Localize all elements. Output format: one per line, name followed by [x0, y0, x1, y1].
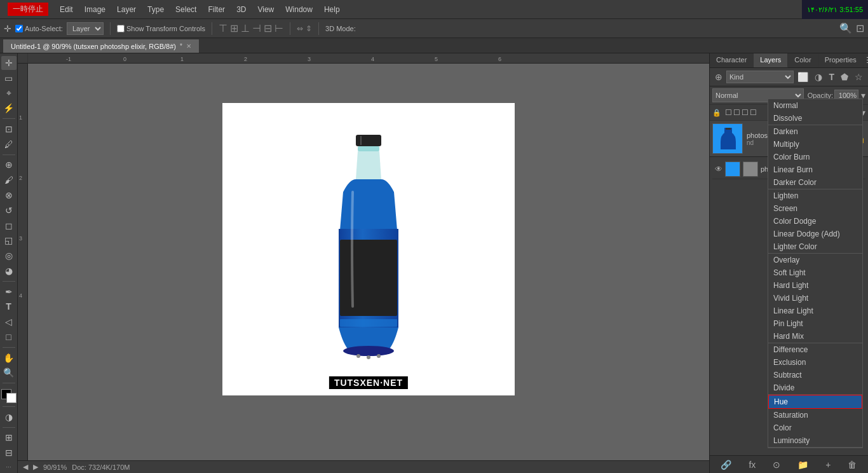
adjustment-filter-icon[interactable]: ◑ [812, 71, 825, 83]
blend-item-screen[interactable]: Screen [768, 202, 862, 215]
workspace-icon[interactable]: ⊡ [856, 22, 864, 34]
blend-item-linear-burn[interactable]: Linear Burn [768, 163, 862, 176]
magic-wand-tool[interactable]: ⚡ [1, 101, 17, 115]
kind-dropdown[interactable]: Kind [726, 71, 794, 83]
eraser-tool[interactable]: ◻ [1, 219, 17, 233]
tab-properties[interactable]: Properties [818, 53, 864, 67]
add-mask-button[interactable]: ⊙ [769, 458, 784, 471]
prev-page-icon[interactable]: ◀ [23, 463, 28, 471]
menu-edit[interactable]: Edit [55, 4, 78, 15]
next-page-icon[interactable]: ▶ [33, 463, 38, 471]
panel-menu-icon[interactable]: ☰ [864, 53, 868, 67]
blend-item-divide[interactable]: Divide [768, 381, 862, 394]
more-tools-icon[interactable]: ··· [6, 463, 11, 470]
pen-tool[interactable]: ✒ [1, 285, 17, 299]
blend-item-color[interactable]: Color [768, 422, 862, 434]
align-right-icon[interactable]: ⊢ [275, 22, 283, 34]
smart-filter-icon[interactable]: ☆ [852, 71, 865, 83]
tab-color[interactable]: Color [788, 53, 818, 67]
align-top-icon[interactable]: ⊤ [219, 22, 227, 34]
lock-check-4[interactable]: ☐ [750, 108, 757, 117]
shape-filter-icon[interactable]: ⬟ [838, 71, 851, 83]
blend-item-color-burn[interactable]: Color Burn [768, 151, 862, 163]
add-style-button[interactable]: fx [745, 458, 759, 471]
path-selection-tool[interactable]: ◁ [1, 315, 17, 329]
blend-item-difference[interactable]: Difference [768, 343, 862, 356]
background-color[interactable] [6, 393, 17, 403]
document-canvas[interactable]: TUTSXEN·NET [222, 103, 515, 395]
blend-item-pin-light[interactable]: Pin Light [768, 317, 862, 330]
lasso-tool[interactable]: ⌖ [1, 86, 17, 100]
distribute-2-icon[interactable]: ⇕ [306, 24, 312, 33]
lock-check-1[interactable]: ☐ [725, 108, 732, 117]
blend-item-vivid-light[interactable]: Vivid Light [768, 292, 862, 305]
blend-item-multiply[interactable]: Multiply [768, 138, 862, 151]
type-filter-icon[interactable]: T [826, 71, 837, 83]
tab-layers[interactable]: Layers [754, 53, 788, 67]
dodge-tool[interactable]: ◕ [1, 264, 17, 278]
blend-item-darker-color[interactable]: Darker Color [768, 176, 862, 189]
show-transform-input[interactable] [117, 25, 125, 32]
blend-item-dissolve[interactable]: Dissolve [768, 112, 862, 125]
align-middle-icon[interactable]: ⊞ [230, 22, 238, 34]
select-rectangle-tool[interactable]: ▭ [1, 71, 17, 85]
tab-character[interactable]: Character [710, 53, 754, 67]
type-tool[interactable]: T [1, 299, 17, 313]
blend-item-luminosity[interactable]: Luminosity [768, 434, 862, 447]
screen-mode-tool[interactable]: ⊞ [1, 431, 17, 445]
blend-item-soft-light[interactable]: Soft Light [768, 266, 862, 279]
blend-item-exclusion[interactable]: Exclusion [768, 356, 862, 369]
blur-tool[interactable]: ◎ [1, 249, 17, 263]
auto-select-input[interactable] [15, 25, 23, 32]
pause-button[interactable]: 一時停止 [8, 3, 48, 16]
new-group-button[interactable]: 📁 [794, 458, 812, 471]
blend-item-normal[interactable]: Normal [768, 99, 862, 112]
menu-select[interactable]: Select [170, 4, 201, 15]
blend-item-linear-light[interactable]: Linear Light [768, 305, 862, 317]
shape-tool[interactable]: □ [1, 330, 17, 344]
spot-healing-tool[interactable]: ⊕ [1, 158, 17, 172]
blend-item-saturation[interactable]: Saturation [768, 409, 862, 422]
align-bottom-icon[interactable]: ⊥ [241, 22, 250, 34]
menu-layer[interactable]: Layer [112, 4, 141, 15]
menu-help[interactable]: Help [319, 4, 345, 15]
show-transform-checkbox[interactable]: Show Transform Controls [117, 25, 205, 32]
clone-stamp-tool[interactable]: ⊗ [1, 188, 17, 202]
blend-item-lighter-color[interactable]: Lighter Color [768, 240, 862, 253]
menu-window[interactable]: Window [280, 4, 318, 15]
menu-type[interactable]: Type [142, 4, 169, 15]
blend-item-lighten[interactable]: Lighten [768, 189, 862, 202]
move-tool[interactable]: ✛ [1, 56, 17, 70]
frame-tool[interactable]: ⊟ [1, 446, 17, 460]
gradient-tool[interactable]: ◱ [1, 233, 17, 247]
align-left-icon[interactable]: ⊣ [252, 22, 261, 34]
delete-layer-button[interactable]: 🗑 [844, 458, 860, 471]
blend-item-color-dodge[interactable]: Color Dodge [768, 215, 862, 228]
blend-item-hard-mix[interactable]: Hard Mix [768, 330, 862, 343]
auto-select-checkbox[interactable]: Auto-Select: [15, 25, 63, 32]
distribute-1-icon[interactable]: ⇔ [297, 24, 303, 33]
brush-tool[interactable]: 🖌 [1, 173, 17, 187]
pixel-filter-icon[interactable]: ⬜ [795, 71, 811, 83]
blend-item-linear-dodge[interactable]: Linear Dodge (Add) [768, 228, 862, 240]
menu-3d[interactable]: 3D [231, 4, 251, 15]
lock-check-2[interactable]: ☐ [733, 108, 740, 117]
blend-mode-dropdown[interactable]: Normal Dissolve Darken Multiply Color Bu… [768, 99, 863, 448]
history-brush-tool[interactable]: ↺ [1, 203, 17, 217]
eye-icon[interactable]: 👁 [715, 165, 722, 174]
menu-view[interactable]: View [252, 4, 279, 15]
link-layers-button[interactable]: 🔗 [717, 458, 735, 471]
align-center-icon[interactable]: ⊟ [264, 22, 272, 34]
menu-image[interactable]: Image [79, 4, 111, 15]
tab-close-button[interactable]: ✕ [186, 43, 191, 50]
blend-item-subtract[interactable]: Subtract [768, 369, 862, 381]
zoom-tool[interactable]: 🔍 [1, 366, 17, 380]
canvas-content[interactable]: TUTSXEN·NET [28, 64, 709, 460]
menu-filter[interactable]: Filter [203, 4, 230, 15]
eyedropper-tool[interactable]: 🖊 [1, 137, 17, 151]
blend-item-overlay[interactable]: Overlay [768, 254, 862, 266]
document-tab[interactable]: Untitled-1 @ 90/9% (tutsxen photoshp eli… [3, 39, 200, 53]
crop-tool[interactable]: ⊡ [1, 122, 17, 136]
lock-check-3[interactable]: ☐ [742, 108, 749, 117]
blend-item-hue[interactable]: Hue [768, 395, 862, 409]
